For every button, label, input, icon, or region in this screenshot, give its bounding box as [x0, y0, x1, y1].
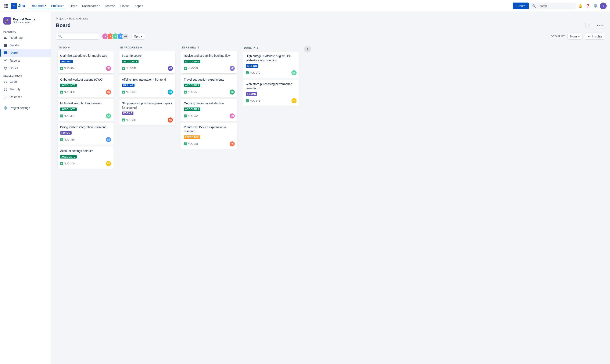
card-NUC-351[interactable]: Planet Taxi Device exploration & researc… [181, 123, 237, 149]
svg-rect-0 [4, 4, 5, 5]
chevron-icon: ▾ [99, 5, 100, 7]
column-count: 6 [68, 46, 70, 49]
search-bar[interactable]: 🔍 [529, 3, 576, 9]
card-id: ▲ NUC-344 [60, 67, 75, 70]
card-assignee-avatar[interactable]: AK [168, 117, 173, 123]
settings-icon[interactable]: ⚙️ [592, 2, 599, 9]
project-settings-label: Project settings [10, 106, 30, 110]
create-button[interactable]: Create [513, 2, 529, 9]
svg-rect-2 [7, 4, 8, 5]
sidebar-item-code[interactable]: Code [0, 78, 51, 86]
column-header-inprogress: IN PROGRESS6 [118, 44, 177, 51]
card-NUC-337[interactable]: Multi-dest search UI mobileweb ACCOUNTS … [58, 99, 113, 121]
nav-apps[interactable]: Apps▾ [132, 3, 145, 9]
column-done: DONE✓6 High outage: Software bug fix - B… [242, 44, 301, 107]
card-assignee-avatar[interactable]: PK [106, 161, 111, 166]
issue-type-icon: ▲ [184, 67, 187, 70]
nav-your-work[interactable]: Your work▾ [29, 3, 48, 9]
card-footer: ▲ NUC-335 DC [122, 90, 173, 95]
more-options-button[interactable]: • • • [595, 22, 605, 29]
svg-rect-14 [6, 52, 7, 54]
project-info: Beyond Gravity Software project [13, 18, 47, 24]
card-footer: ▲ NUC-340 KA [246, 70, 297, 75]
sidebar-item-backlog[interactable]: Backlog [0, 41, 51, 49]
board-search-input[interactable] [63, 35, 97, 38]
card-footer: ▲ NUC-341 PK [246, 98, 297, 103]
nav-projects[interactable]: Projects▾ [49, 3, 66, 9]
card-NUC-358[interactable]: Travel suggestion experiments ACCOUNTS ▲… [181, 75, 237, 97]
card-NUC-367[interactable]: Revise and streamline booking flow ACCOU… [181, 51, 237, 73]
nav-teams[interactable]: Teams▾ [103, 3, 117, 9]
card-assignee-avatar[interactable]: DC [168, 90, 173, 95]
issue-type-icon: ▲ [184, 91, 187, 93]
sidebar-item-board[interactable]: Board [0, 49, 51, 57]
project-type: Software project [13, 21, 47, 24]
card-assignee-avatar[interactable]: PN [230, 141, 235, 146]
card-NUC-340[interactable]: Account settings defaults ACCOUNTS ▲ NUC… [58, 146, 113, 169]
card-NUC-339[interactable]: Billing system integration - frontend FO… [58, 123, 113, 145]
card-assignee-avatar[interactable]: SM [106, 66, 111, 71]
releases-icon [3, 95, 8, 99]
card-footer: ▲ NUC-340 PK [60, 161, 111, 166]
card-assignee-avatar[interactable]: KA [106, 113, 111, 118]
releases-label: Releases [10, 95, 22, 99]
card-assignee-avatar[interactable]: PN [106, 90, 111, 95]
jira-logo[interactable]: Jira [11, 3, 25, 9]
notifications-icon[interactable]: 🔔 [577, 2, 584, 9]
sidebar-item-reports[interactable]: Reports [0, 57, 51, 64]
nav-plans[interactable]: Plans▾ [118, 3, 132, 9]
sidebar-item-project-settings[interactable]: ⚙️ Project settings [0, 104, 51, 112]
card-assignee-avatar[interactable]: SG [230, 90, 235, 95]
card-assignee-avatar[interactable]: NP [230, 66, 235, 71]
sidebar-item-security[interactable]: Security [0, 86, 51, 93]
card-tag: ACCOUNTS [122, 60, 138, 63]
card-NUC-342[interactable]: Fast trip search ACCOUNTS ▲ NUC-342 MR [120, 51, 175, 73]
board: TO DO6 Optimize experience for mobile we… [56, 44, 605, 174]
sidebar-item-roadmap[interactable]: Roadmap [0, 34, 51, 41]
user-avatar[interactable]: U [600, 2, 607, 9]
board-search-bar[interactable]: 🔍 [56, 33, 99, 39]
backlog-icon [3, 43, 8, 47]
card-assignee-avatar[interactable]: RJ [106, 137, 111, 142]
card-assignee-avatar[interactable]: SM [230, 113, 235, 118]
sidebar-item-issues[interactable]: Issues [0, 64, 51, 72]
card-tag: FORMS [60, 131, 72, 135]
card-tag: FORMS [246, 92, 257, 96]
column-header-done: DONE✓6 [242, 44, 301, 52]
card-NUC-341[interactable]: Shopping cart purchasing error - quick f… [120, 99, 175, 125]
insights-button[interactable]: Insights [585, 33, 605, 39]
group-by-select[interactable]: None ▾ [568, 33, 582, 39]
chevron-icon: ▾ [114, 5, 115, 7]
card-tag: ACCOUNTS [60, 107, 77, 111]
star-button[interactable]: ☆ [585, 22, 593, 29]
card-NUC-341[interactable]: Web-store purchasing performance issue f… [243, 79, 299, 106]
nav-filter[interactable]: Filter▾ [67, 3, 79, 9]
breadcrumb-projects[interactable]: Projects [56, 17, 66, 20]
nav-dashboards[interactable]: Dashboards▾ [80, 3, 102, 9]
help-icon[interactable]: ❓ [584, 2, 591, 9]
card-assignee-avatar[interactable]: MR [168, 66, 173, 71]
card-assignee-avatar[interactable]: KA [291, 70, 297, 75]
epic-label: Epic [134, 35, 140, 38]
breadcrumb-project[interactable]: Beyond Gravity [69, 17, 88, 20]
add-column-button[interactable]: + [304, 46, 311, 52]
card-footer: ▲ NUC-339 RJ [60, 137, 111, 142]
card-NUC-360[interactable]: Onboard workout options (OWO) ACCOUNTS ▲… [58, 75, 113, 97]
roadmap-icon [3, 36, 8, 40]
epic-filter-button[interactable]: Epic ▾ [132, 33, 145, 39]
card-NUC-344[interactable]: Optimize experience for mobile web BILLI… [58, 51, 113, 73]
avatar-more[interactable]: +3 [122, 33, 129, 40]
board-icon [3, 51, 8, 55]
svg-rect-7 [6, 7, 7, 8]
card-tag: ACCOUNTS [184, 60, 200, 63]
card-footer: ▲ NUC-351 PN [184, 141, 235, 146]
card-NUC-340[interactable]: High outage: Software bug fix - BG Web-s… [243, 52, 299, 78]
grid-menu-icon[interactable] [3, 3, 9, 9]
code-icon [3, 79, 8, 84]
sidebar-item-releases[interactable]: Releases [0, 93, 51, 101]
card-assignee-avatar[interactable]: PK [291, 98, 297, 103]
card-NUC-354[interactable]: Ongoing customer satisfaction ACCOUNTS ▲… [181, 99, 237, 121]
card-NUC-335[interactable]: Affelite links integration - frontend BI… [120, 75, 175, 97]
column-count: 6 [140, 46, 142, 49]
search-input[interactable] [538, 4, 573, 8]
